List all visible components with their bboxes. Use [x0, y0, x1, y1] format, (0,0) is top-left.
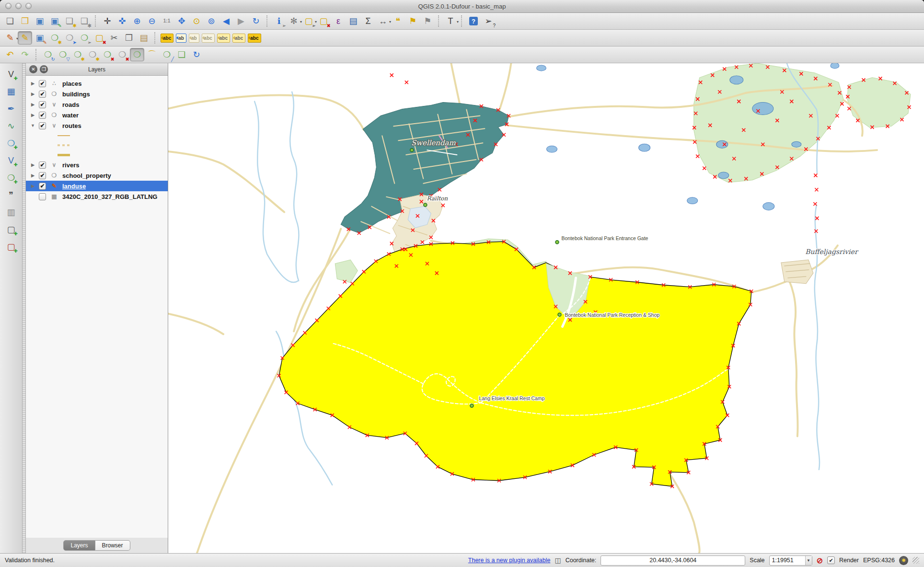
add-mssql-layer-icon[interactable]: ▥: [4, 206, 18, 219]
chevron-down-icon[interactable]: ▼: [805, 556, 812, 565]
new-shapefile-layer-icon[interactable]: ▢✚: [4, 223, 18, 236]
pan-map-icon[interactable]: ✛: [100, 14, 115, 28]
cut-features-icon[interactable]: ✂: [107, 31, 121, 45]
minimize-window-button[interactable]: [15, 3, 22, 9]
copy-features-icon[interactable]: ❐: [122, 31, 136, 45]
pan-to-selection-icon[interactable]: ✜: [115, 14, 129, 28]
panel-close-icon[interactable]: ✕: [29, 65, 37, 73]
pin-unpin-labels-icon[interactable]: ab: [176, 34, 186, 43]
panel-detach-icon[interactable]: ❐: [40, 65, 48, 73]
zoom-out-icon[interactable]: ⊖: [145, 14, 159, 28]
change-label-properties-icon[interactable]: abc: [232, 34, 245, 43]
measure-line-icon[interactable]: ↔▾: [376, 14, 390, 28]
plugin-available-link[interactable]: There is a new plugin available: [468, 557, 551, 564]
layer-expand-icon[interactable]: ▼: [30, 123, 35, 128]
layer-visibility-checkbox[interactable]: ✔: [39, 101, 46, 108]
new-print-composer-icon[interactable]: ❏✱: [62, 14, 77, 28]
layer-expand-icon[interactable]: ▶: [30, 102, 35, 107]
zoom-next-icon[interactable]: ▶: [234, 14, 248, 28]
reshape-features-icon[interactable]: ❍: [130, 48, 144, 61]
paste-features-icon[interactable]: ▤: [137, 31, 151, 45]
move-feature-icon[interactable]: ❍➤: [62, 31, 77, 45]
layer-expand-icon[interactable]: ▶: [30, 81, 35, 86]
identify-features-icon[interactable]: ℹ➢: [272, 14, 286, 28]
show-statistical-summary-icon[interactable]: Σ: [361, 14, 375, 28]
tab-layers[interactable]: Layers: [63, 540, 95, 551]
layer-expand-icon[interactable]: ▶: [30, 162, 35, 167]
zoom-to-selection-icon[interactable]: ⊙: [189, 14, 204, 28]
node-tool-icon[interactable]: ❍➢: [77, 31, 92, 45]
rotate-label-icon[interactable]: abc: [217, 34, 230, 43]
simplify-feature-icon[interactable]: ❍▽: [56, 48, 70, 61]
zoom-window-button[interactable]: [25, 3, 32, 9]
layer-row-landuse[interactable]: ▶✔✎landuse: [26, 181, 168, 191]
layer-visibility-checkbox[interactable]: ✔: [39, 183, 46, 190]
text-annotation-icon[interactable]: T▾: [443, 14, 458, 28]
layer-expand-icon[interactable]: ▶: [30, 184, 35, 188]
add-delimited-text-layer-icon[interactable]: ❞: [4, 189, 18, 201]
layer-expand-icon[interactable]: ▶: [30, 113, 35, 117]
add-postgis-layer-icon[interactable]: ∿: [4, 120, 18, 132]
layer-visibility-checkbox[interactable]: ✔: [39, 122, 46, 129]
add-feature-icon[interactable]: ❍✱: [47, 31, 62, 45]
panel-resize-handle[interactable]: [23, 63, 26, 553]
undo-icon[interactable]: ↶: [3, 48, 17, 61]
scale-combo[interactable]: 1:19951 ▼: [769, 555, 812, 566]
map-tips-icon[interactable]: ❝: [391, 14, 405, 28]
layer-row-routes[interactable]: ▼✔∨routes: [26, 120, 168, 131]
whats-this-icon[interactable]: ➢?: [481, 14, 496, 28]
rotate-point-symbols-icon[interactable]: ↻: [189, 48, 204, 61]
rotate-feature-icon[interactable]: ❍↻: [41, 48, 55, 61]
move-label-icon[interactable]: abc: [202, 34, 215, 43]
title-bar[interactable]: QGIS 2.0.1-Dufour - basic_map: [0, 0, 924, 13]
layer-row-rivers[interactable]: ▶✔∨rivers: [26, 160, 168, 170]
resize-grip[interactable]: [912, 557, 919, 564]
layer-visibility-checkbox[interactable]: [39, 193, 46, 200]
add-wms-layer-icon[interactable]: ❍✚: [4, 137, 18, 150]
new-bookmark-icon[interactable]: ⚑: [405, 14, 420, 28]
layer-row-roads[interactable]: ▶✔∨roads: [26, 99, 168, 110]
run-feature-action-icon[interactable]: ✻▾: [287, 14, 301, 28]
help-contents-icon[interactable]: ?: [466, 14, 481, 28]
zoom-full-extent-icon[interactable]: ✥: [174, 14, 189, 28]
redo-icon[interactable]: ↷: [18, 48, 32, 61]
refresh-map-icon[interactable]: ↻: [249, 14, 263, 28]
zoom-in-icon[interactable]: ⊕: [130, 14, 144, 28]
save-layer-edits-icon[interactable]: ▣✎: [33, 31, 47, 45]
current-edits-icon[interactable]: ✎▾: [3, 31, 17, 45]
layer-visibility-checkbox[interactable]: ✔: [39, 91, 46, 98]
new-project-icon[interactable]: ❏: [3, 14, 17, 28]
delete-selected-icon[interactable]: ▢✖: [92, 31, 106, 45]
layer-row-3420C_2010_327_RGB_LATLNG[interactable]: ▦3420C_2010_327_RGB_LATLNG: [26, 191, 168, 202]
deselect-features-icon[interactable]: ▢✖: [316, 14, 331, 28]
highlight-pinned-labels-icon[interactable]: ab: [189, 34, 199, 43]
layer-row-places[interactable]: ▶✔∴places: [26, 78, 168, 89]
layer-expand-icon[interactable]: ▶: [30, 92, 35, 96]
new-spatialite-layer-icon[interactable]: ▢✚: [4, 241, 18, 253]
show-bookmarks-icon[interactable]: ⚑: [420, 14, 435, 28]
text-annotation-dropdown-icon[interactable]: ▾: [457, 20, 459, 24]
select-by-expression-icon[interactable]: ε: [331, 14, 346, 28]
zoom-actual-size-icon[interactable]: 1:1: [160, 14, 174, 28]
add-raster-layer-icon[interactable]: ▦: [4, 85, 18, 98]
zoom-to-layer-icon[interactable]: ⊚: [204, 14, 219, 28]
layer-row-buildings[interactable]: ▶✔❍buildings: [26, 89, 168, 99]
composer-manager-icon[interactable]: ❏✻: [77, 14, 92, 28]
add-wcs-layer-icon[interactable]: ❍✚: [4, 172, 18, 184]
layer-visibility-checkbox[interactable]: ✔: [39, 172, 46, 179]
open-attribute-table-icon[interactable]: ▤: [346, 14, 360, 28]
render-checkbox[interactable]: ✔: [827, 556, 835, 564]
save-project-as-icon[interactable]: ▣✎: [47, 14, 62, 28]
tab-browser[interactable]: Browser: [95, 540, 130, 551]
merge-features-icon[interactable]: ❑: [174, 48, 189, 61]
delete-ring-icon[interactable]: ❍✖: [100, 48, 115, 61]
save-project-icon[interactable]: ▣: [33, 14, 47, 28]
open-project-icon[interactable]: ❒: [18, 14, 32, 28]
toggle-editing-icon[interactable]: ✎: [18, 31, 32, 45]
coordinate-input[interactable]: 20.4430,-34.0604: [601, 555, 745, 566]
layer-expand-icon[interactable]: ▶: [30, 173, 35, 178]
zoom-last-icon[interactable]: ◀: [219, 14, 233, 28]
map-canvas[interactable]: SwellendamRailtonBontebok National Park …: [168, 63, 924, 553]
labeling-options-icon[interactable]: abc: [161, 34, 173, 43]
layer-row-water[interactable]: ▶✔❍water: [26, 110, 168, 120]
